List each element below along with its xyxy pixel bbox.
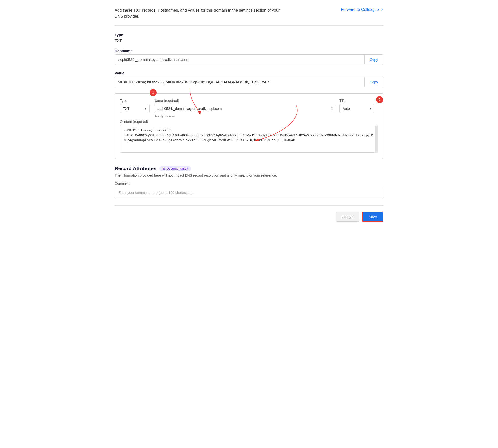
comment-section: Comment — [115, 181, 383, 198]
external-link-icon: ↗ — [380, 8, 383, 12]
record-attributes-section: Record Attributes ⊞ Documentation The in… — [115, 166, 383, 198]
spinner-up-btn[interactable]: ▲ — [330, 106, 334, 109]
description-text: Add these TXT records, Hostnames, and Va… — [115, 7, 289, 19]
documentation-icon: ⊞ — [162, 167, 165, 170]
comment-input[interactable] — [115, 187, 383, 198]
save-button[interactable]: Save — [362, 212, 383, 222]
type-section: Type TXT — [115, 33, 383, 43]
dns-form-section: 1 Type TXT A CNAME MX ▼ Name (required) — [115, 93, 383, 159]
content-label: Content (required) — [120, 120, 378, 124]
hostname-label: Hostname — [115, 49, 383, 53]
cancel-button[interactable]: Cancel — [336, 212, 359, 222]
ttl-select-wrapper: Auto 300 600 3600 ▼ — [339, 104, 374, 113]
form-ttl-label: TTL — [339, 99, 374, 103]
forward-to-colleague-link[interactable]: Forward to Colleague ↗ — [341, 7, 383, 12]
form-type-label: Type — [120, 99, 150, 103]
documentation-label: Documentation — [166, 167, 188, 170]
form-ttl-group: TTL Auto 300 600 3600 ▼ — [339, 99, 374, 113]
comment-label: Comment — [115, 181, 383, 185]
value-input-row: Copy — [115, 77, 383, 87]
spinner-down-btn[interactable]: ▼ — [330, 109, 334, 112]
content-group: Content (required) v=DKIM1; k=rsa; h=sha… — [120, 120, 378, 154]
type-label: Type — [115, 33, 383, 37]
hostname-input[interactable] — [115, 55, 364, 65]
name-hint: Use @ for root — [154, 114, 335, 118]
hostname-section: Hostname Copy — [115, 49, 383, 65]
annotation-badge-1: 1 — [150, 89, 157, 96]
forward-link-label: Forward to Colleague — [341, 7, 379, 12]
ttl-select[interactable]: Auto 300 600 3600 — [339, 104, 374, 113]
documentation-badge[interactable]: ⊞ Documentation — [159, 166, 191, 171]
name-input-wrapper: ▲ ▼ — [154, 104, 335, 113]
form-type-name-ttl-row: Type TXT A CNAME MX ▼ Name (required) — [120, 99, 378, 118]
name-spinner: ▲ ▼ — [330, 106, 334, 112]
content-textarea-wrapper: v=DKIM1; k=rsa; h=sha256; p=MIGfMA0GCSqG… — [120, 125, 378, 154]
record-attributes-header: Record Attributes ⊞ Documentation — [115, 166, 383, 171]
hostname-copy-button[interactable]: Copy — [364, 55, 383, 64]
name-input[interactable] — [154, 104, 335, 113]
type-select[interactable]: TXT A CNAME MX — [120, 104, 150, 113]
value-copy-button[interactable]: Copy — [364, 77, 383, 87]
record-attributes-title: Record Attributes — [115, 166, 156, 171]
value-input[interactable] — [115, 77, 364, 87]
content-textarea[interactable]: v=DKIM1; k=rsa; h=sha256; p=MIGfMA0GCSqG… — [120, 125, 378, 153]
value-section: Value Copy — [115, 71, 383, 87]
type-select-wrapper: TXT A CNAME MX ▼ — [120, 104, 150, 113]
footer-section: Cancel Save — [115, 205, 383, 222]
hostname-input-row: Copy — [115, 54, 383, 65]
scrollbar[interactable] — [375, 126, 378, 153]
type-value: TXT — [115, 38, 383, 43]
annotation-badge-2: 2 — [376, 96, 383, 103]
record-attributes-description: The information provided here will not i… — [115, 173, 383, 177]
top-section: Add these TXT records, Hostnames, and Va… — [115, 7, 383, 26]
form-type-group: Type TXT A CNAME MX ▼ — [120, 99, 150, 113]
value-label: Value — [115, 71, 383, 75]
form-name-label: Name (required) — [154, 99, 335, 103]
form-name-group: Name (required) ▲ ▼ Use @ for root — [154, 99, 335, 118]
